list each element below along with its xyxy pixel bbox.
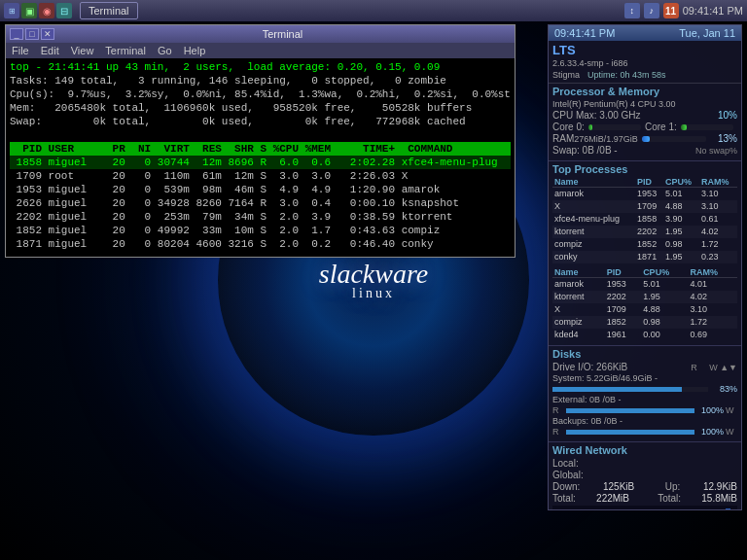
terminal-menu-go[interactable]: Go [156, 45, 174, 56]
terminal-minimize-btn[interactable]: _ [10, 28, 23, 40]
sysmon-network-section: Wired Network Local: Global: Down: 125Ki… [549, 442, 741, 510]
sysmon-net-local-row: Local: [552, 458, 737, 469]
sysmon-swap-text: No swap% [695, 146, 737, 156]
sysmon-ram-pct: 13% [710, 133, 737, 144]
top-process-row: ktorrent22021.954.02 [552, 226, 737, 238]
top-col-name: Name [552, 177, 635, 188]
top-process-cell-0: xfce4-menu-plug [552, 213, 635, 226]
sysmon-backups-bar-fill [566, 430, 694, 435]
net-bar [720, 510, 725, 511]
top-process-cell2-3: 1.72 [688, 316, 737, 329]
sysmon-cpu-name: Intel(R) Pentium(R) 4 CPU 3.00 [552, 99, 737, 109]
sysmon-ext-r: R [552, 405, 564, 415]
sysmon-backups-bar [566, 430, 694, 435]
sysmon-net-down-row: Down: 125KiB Up: 12.9KiB [552, 481, 737, 492]
terminal-close-btn[interactable]: ✕ [41, 28, 54, 40]
top-process-cell2-0: compiz [552, 316, 605, 329]
sysmon-procmem-section: Processor & Memory Intel(R) Pentium(R) 4… [549, 84, 741, 161]
terminal-menu-terminal[interactable]: Terminal [103, 45, 148, 56]
sysmon-backups-bar-row: R 100% W [552, 427, 737, 437]
sysmon-top-section: Top Processes Name PID CPU% RAM% amarok1… [549, 161, 741, 346]
sysmon-system-label: System: 5.22GiB/46.9GiB - [552, 373, 737, 383]
top-process-cell2-3: 4.01 [688, 278, 737, 292]
top-process-row: xfce4-menu-plug18583.900.61 [552, 213, 737, 226]
sysmon-ram-used: 276MiB/1.97GiB [574, 134, 638, 144]
icon-files[interactable]: ⊟ [56, 3, 72, 18]
sysmon-net-total-down: Total: [552, 493, 576, 504]
sysmon-drive-rw: R W ▲▼ [691, 363, 737, 372]
top-process-cell-0: compiz [552, 238, 635, 251]
top-process-cell2-2: 1.95 [641, 291, 688, 303]
top-process-cell2-1: 1852 [605, 316, 641, 329]
top-process-cell2-1: 1953 [605, 278, 641, 292]
top-process-cell2-3: 0.69 [688, 329, 737, 341]
desktop: slackware linux ⊞ ▣ ◉ ⊟ Terminal ↕ ♪ 11 … [0, 0, 747, 560]
taskbar-time: 09:41:41 PM [683, 5, 743, 17]
top-process-cell2-1: 1961 [605, 329, 641, 341]
sysmon-system-bar-fill [552, 387, 682, 392]
top2-col-name: Name [552, 267, 605, 278]
sysmon-stigma-row: Stigma Uptime: 0h 43m 58s [552, 69, 737, 81]
top-process-cell-1: 1858 [635, 213, 663, 226]
terminal-content[interactable]: top - 21:41:41 up 43 min, 2 users, load … [6, 58, 515, 257]
icon-monitor[interactable]: ▣ [21, 3, 37, 18]
top-process-row-2: X17094.883.10 [552, 303, 737, 316]
top-process-cell2-1: 2202 [605, 291, 641, 303]
top-process-cell-3: 3.10 [699, 188, 737, 201]
sysmon-core0-row: Core 0: Core 1: [552, 122, 737, 132]
sysmon-stigma: Stigma [552, 70, 580, 80]
top-process-row: compiz18520.981.72 [552, 238, 737, 251]
sysmon-core0-bar [588, 124, 641, 130]
sysmon-external-bar [566, 408, 694, 413]
top-process-cell2-3: 4.02 [688, 291, 737, 303]
top-line-4: Mem: 2065480k total, 1106960k used, 9585… [10, 101, 511, 115]
terminal-menu-help[interactable]: Help [182, 45, 208, 56]
sysmon-net-graph [552, 506, 737, 510]
volume-icon[interactable]: ♪ [644, 3, 659, 18]
top-process-cell-0: X [552, 200, 635, 213]
top-process-cell2-2: 4.88 [641, 303, 688, 316]
sysmon-net-total-down-val: 222MiB [596, 493, 629, 504]
sysmon-core1-bar [681, 124, 733, 130]
taskbar-app-icons: ⊞ ▣ ◉ ⊟ [0, 3, 76, 18]
workspace-badge[interactable]: 11 [663, 3, 679, 18]
terminal-maximize-btn[interactable]: □ [25, 28, 39, 40]
sysmon-kernel-row: 2.6.33.4-smp - i686 [552, 57, 737, 69]
taskbar-terminal-window[interactable]: Terminal [80, 2, 138, 19]
sysmon-net-bars-down [552, 506, 737, 510]
start-menu-icon[interactable]: ⊞ [4, 3, 19, 18]
sysmon-ram-bar-fill [642, 136, 651, 142]
sysmon-core1-bar-fill [681, 124, 688, 130]
top-process-cell2-3: 3.10 [688, 303, 737, 316]
top2-col-pid: PID [605, 267, 641, 278]
sysmon-net-local-label: Local: [552, 458, 579, 469]
top-process-cell2-1: 1709 [605, 303, 641, 316]
top-row-2626: 2626 miguel 20 0 34928 8260 7164 R 3.0 0… [10, 196, 511, 210]
top-col-ram: RAM% [699, 177, 737, 188]
top-row-1858: 1858 miguel 20 0 30744 12m 8696 R 6.0 0.… [10, 156, 511, 169]
taskbar-window-label: Terminal [89, 5, 129, 17]
top-process-cell-2: 5.01 [663, 188, 699, 201]
top-process-row-2: kded419610.000.69 [552, 329, 737, 341]
network-icon[interactable]: ↕ [624, 3, 640, 18]
terminal-menu-view[interactable]: View [69, 45, 96, 56]
top-process-cell-3: 0.61 [699, 213, 737, 226]
sysmon-date: Tue, Jan 11 [679, 27, 735, 39]
sysmon-external-bar-fill [566, 408, 694, 413]
sysmon-cpu-max-label: CPU Max: 3.00 GHz [552, 110, 641, 121]
top-process-cell-2: 1.95 [663, 226, 699, 238]
sysmon-net-up-val: 12.9KiB [703, 481, 737, 492]
top-process-cell2-2: 5.01 [641, 278, 688, 292]
top-process-cell2-0: kded4 [552, 329, 605, 341]
terminal-menu-edit[interactable]: Edit [39, 45, 61, 56]
sysmon-core1-label: Core 1: [645, 122, 677, 132]
sysmon-kernel: 2.6.33.4-smp - i686 [552, 58, 628, 68]
top-process-cell-3: 1.72 [699, 238, 737, 251]
top-process-cell-1: 1709 [635, 200, 663, 213]
terminal-menu-file[interactable]: File [10, 45, 31, 56]
sysmon-net-up-label: Up: [665, 481, 681, 492]
icon-browser[interactable]: ◉ [39, 3, 54, 18]
top-process-cell2-0: X [552, 303, 605, 316]
top-process-cell-2: 3.90 [663, 213, 699, 226]
top-line-3: Cpu(s): 9.7%us, 3.2%sy, 0.0%ni, 85.4%id,… [10, 88, 511, 101]
